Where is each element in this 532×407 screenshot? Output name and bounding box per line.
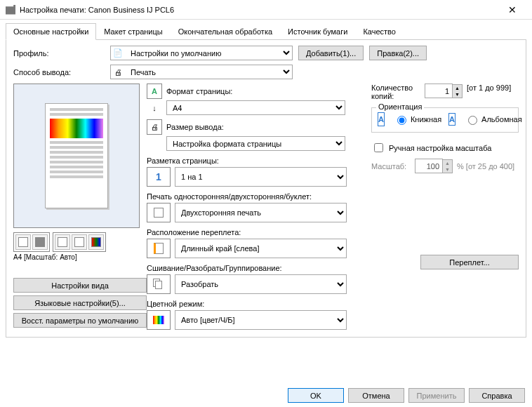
- binding-select[interactable]: Длинный край [слева]: [175, 239, 347, 258]
- language-settings-button[interactable]: Языковые настройки(5)...: [13, 295, 147, 310]
- tab-finishing[interactable]: Окончательная обработка: [171, 23, 280, 40]
- restore-defaults-button[interactable]: Восст. параметры по умолчанию: [13, 313, 147, 328]
- copies-label: Количество копий:: [371, 84, 420, 100]
- tab-main[interactable]: Основные настройки: [6, 23, 96, 40]
- orientation-portrait[interactable]: Книжная: [394, 114, 441, 125]
- color-mode-icon: [147, 310, 171, 330]
- scale-spinner: ▲▼: [415, 159, 453, 173]
- finish-label: Сшивание/Разобрать/Группирование:: [147, 264, 364, 272]
- preview-caption: A4 [Масштаб: Авто]: [13, 253, 140, 261]
- copies-spinner[interactable]: ▲▼: [425, 84, 463, 98]
- output-size-icon: 🖨: [147, 119, 162, 135]
- add-profile-button[interactable]: Добавить(1)...: [298, 46, 364, 60]
- preview-mode-group-2[interactable]: [53, 232, 106, 252]
- duplex-label: Печать односторонняя/двухсторонняя/букле…: [147, 192, 364, 201]
- collate-icon: [147, 274, 171, 294]
- binding-icon: [147, 239, 171, 258]
- color-mode-label: Цветной режим:: [147, 300, 364, 308]
- scale-input: [415, 159, 443, 173]
- copies-input[interactable]: [425, 84, 453, 98]
- preview-mode-group-1[interactable]: [13, 232, 50, 252]
- orientation-landscape[interactable]: Альбомная: [465, 114, 522, 125]
- spin-up-icon: ▲: [443, 160, 452, 166]
- spin-up-icon[interactable]: ▲: [453, 85, 462, 91]
- layout-icon: 1: [147, 167, 171, 187]
- duplex-select[interactable]: Двухсторонняя печать: [175, 203, 347, 222]
- window-title: Настройка печати: Canon Business IJ PCL6: [20, 6, 498, 14]
- tab-paper-source[interactable]: Источник бумаги: [280, 23, 355, 40]
- apply-button[interactable]: Применить: [408, 388, 465, 403]
- page-layout-select[interactable]: 1 на 1: [175, 167, 347, 187]
- spin-down-icon: ▼: [443, 166, 452, 173]
- help-button[interactable]: Справка: [469, 388, 525, 403]
- copies-range: [от 1 до 999]: [467, 84, 511, 92]
- rainbow-preview-icon: [50, 119, 103, 138]
- output-size-label: Размер вывода:: [166, 123, 224, 131]
- output-method-select[interactable]: Печать: [110, 65, 293, 79]
- ok-button[interactable]: OK: [288, 388, 344, 403]
- manual-scale-label: Ручная настройка масштаба: [389, 144, 491, 152]
- cancel-button[interactable]: Отмена: [348, 388, 404, 403]
- arrow-down-icon: ↓: [147, 104, 162, 112]
- landscape-icon: A: [448, 113, 455, 126]
- tab-page-layout[interactable]: Макет страницы: [96, 23, 170, 40]
- page-size-label: Формат страницы:: [166, 87, 232, 95]
- page-size-select[interactable]: A4: [166, 100, 345, 115]
- output-size-select[interactable]: Настройка формата страницы: [166, 136, 345, 151]
- printer-icon: [6, 5, 15, 15]
- tab-quality[interactable]: Качество: [355, 23, 404, 40]
- tab-bar: Основные настройки Макет страницы Оконча…: [6, 22, 526, 40]
- view-settings-button[interactable]: Настройки вида: [13, 278, 147, 293]
- page-preview: [13, 84, 140, 228]
- portrait-icon: A: [378, 112, 385, 126]
- page-layout-label: Разметка страницы:: [147, 156, 364, 165]
- scale-label: Масштаб:: [371, 162, 411, 171]
- close-icon[interactable]: ✕: [498, 4, 526, 15]
- binding-settings-button[interactable]: Переплет...: [420, 255, 519, 269]
- duplex-icon: [147, 203, 171, 222]
- edit-profile-button[interactable]: Правка(2)...: [369, 46, 427, 60]
- orientation-legend: Ориентация: [376, 102, 424, 111]
- output-method-label: Способ вывода:: [13, 68, 105, 76]
- page-size-icon: A: [147, 84, 162, 99]
- binding-label: Расположение переплета:: [147, 228, 364, 236]
- spin-down-icon[interactable]: ▼: [453, 91, 462, 98]
- profile-label: Профиль:: [13, 49, 105, 58]
- manual-scale-checkbox[interactable]: [374, 143, 383, 152]
- profile-select[interactable]: Настройки по умолчанию: [110, 46, 293, 60]
- scale-range: % [от 25 до 400]: [457, 162, 514, 171]
- finish-select[interactable]: Разобрать: [175, 274, 347, 294]
- color-mode-select[interactable]: Авто [цвет/Ч/Б]: [175, 310, 347, 330]
